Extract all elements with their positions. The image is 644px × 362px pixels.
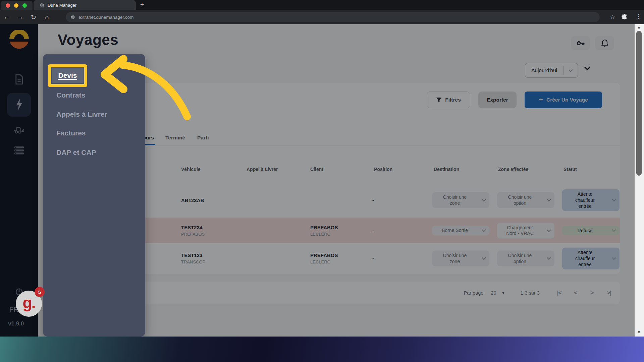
- new-tab-button[interactable]: +: [140, 1, 144, 8]
- url-text: extranet.dunemanager.com: [78, 15, 133, 20]
- bookmark-star-icon[interactable]: ☆: [606, 13, 619, 20]
- recorder-badge[interactable]: g. 5: [16, 291, 42, 317]
- tab-title: Dune Manager: [48, 3, 76, 8]
- page-scrollbar[interactable]: ▲ ▼: [635, 24, 644, 337]
- address-bar[interactable]: extranet.dunemanager.com: [66, 12, 600, 22]
- back-icon[interactable]: ←: [0, 13, 13, 21]
- reload-icon[interactable]: ↻: [27, 13, 40, 21]
- scrollbar-thumb[interactable]: [636, 31, 642, 176]
- browser-menu-icon[interactable]: ⋮: [636, 13, 641, 20]
- menu-item-factures[interactable]: Factures: [56, 129, 86, 137]
- recorder-badge-letter: g.: [23, 294, 35, 312]
- scroll-up-icon[interactable]: ▲: [637, 25, 641, 29]
- browser-tabstrip: Dune Manager +: [0, 0, 644, 10]
- window-controls: [1, 1, 33, 10]
- menu-item-appels-a-livrer[interactable]: Appels à Livrer: [56, 110, 107, 118]
- desktop-wallpaper: Dune Manager + ← → ↻ ⌂ extranet.dunemana…: [0, 0, 644, 362]
- site-globe-icon: [40, 3, 45, 8]
- voyages-dropdown-menu: Devis Contrats Appels à Livrer Factures …: [43, 54, 145, 337]
- close-window-button[interactable]: [6, 3, 10, 8]
- forward-icon[interactable]: →: [13, 13, 27, 21]
- browser-window: Dune Manager + ← → ↻ ⌂ extranet.dunemana…: [0, 0, 644, 337]
- maximize-window-button[interactable]: [22, 3, 27, 8]
- minimize-window-button[interactable]: [14, 3, 18, 8]
- menu-item-dap-et-cap[interactable]: DAP et CAP: [56, 148, 96, 157]
- browser-toolbar: ← → ↻ ⌂ extranet.dunemanager.com ☆ ⋮: [0, 10, 644, 24]
- browser-tab[interactable]: Dune Manager: [34, 0, 136, 10]
- home-icon[interactable]: ⌂: [40, 13, 54, 21]
- notification-count-badge: 5: [35, 287, 45, 297]
- url-globe-icon: [70, 15, 75, 19]
- scroll-down-icon[interactable]: ▼: [637, 330, 641, 335]
- menu-item-devis-label: Devis: [58, 71, 77, 79]
- page-viewport: FR v1.9.0 Voyages: [0, 24, 644, 337]
- menu-item-devis[interactable]: Devis: [52, 68, 84, 83]
- extensions-puzzle-icon[interactable]: [621, 14, 628, 20]
- menu-item-contrats[interactable]: Contrats: [56, 91, 85, 99]
